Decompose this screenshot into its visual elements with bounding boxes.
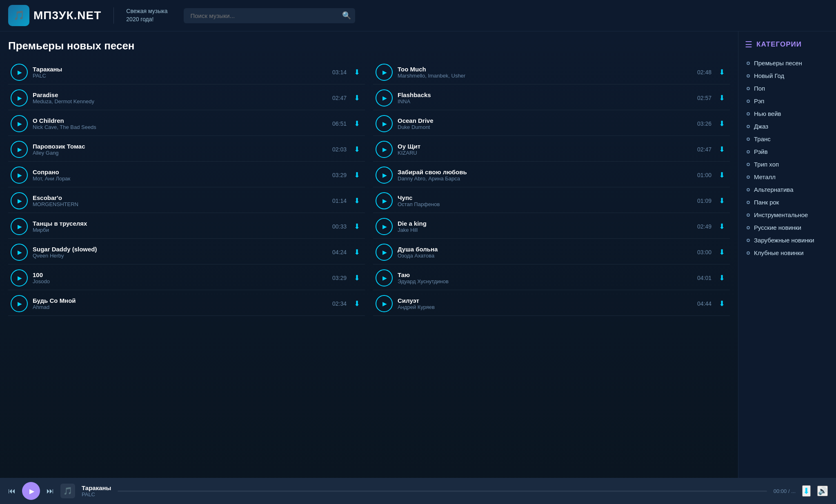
sidebar-item-5[interactable]: Джаз <box>745 120 829 133</box>
sidebar-item-0[interactable]: Премьеры песен <box>745 57 829 69</box>
play-button-left-8[interactable] <box>11 269 28 286</box>
track-item-right-7[interactable]: Душа больна Озода Ахатова 03:00 ⬇ <box>373 240 730 264</box>
download-button-left-9[interactable]: ⬇ <box>351 298 362 309</box>
player-progress-bar[interactable] <box>118 491 767 492</box>
download-button-right-2[interactable]: ⬇ <box>716 118 727 129</box>
play-button-left-5[interactable] <box>11 192 28 209</box>
player-volume-button[interactable]: 🔊 <box>817 486 828 496</box>
download-button-left-4[interactable]: ⬇ <box>351 170 362 180</box>
track-item-left-7[interactable]: Sugar Daddy (slowed) Qveen Herby 04:24 ⬇ <box>8 240 365 264</box>
track-item-right-0[interactable]: Too Much Marshmello, Imanbek, Usher 02:4… <box>373 60 730 84</box>
track-title-left-1: Paradise <box>33 91 327 98</box>
sidebar-item-8[interactable]: Трип хоп <box>745 158 829 171</box>
download-button-right-0[interactable]: ⬇ <box>716 67 727 78</box>
play-button-left-3[interactable] <box>11 141 28 158</box>
sidebar-item-6[interactable]: Транс <box>745 133 829 145</box>
track-item-left-4[interactable]: Сопрано Мот, Ани Лорак 03:29 ⬇ <box>8 163 365 187</box>
sidebar-item-15[interactable]: Клубные новинки <box>745 246 829 259</box>
download-button-left-0[interactable]: ⬇ <box>351 67 362 78</box>
player-download-button[interactable]: ⬇ <box>802 485 811 497</box>
sidebar-items-list: Премьеры песен Новый Год Поп Рэп Нью вей… <box>745 57 829 259</box>
play-button-right-2[interactable] <box>376 115 393 132</box>
download-button-right-1[interactable]: ⬇ <box>716 93 727 103</box>
sidebar-item-4[interactable]: Нью вейв <box>745 107 829 120</box>
play-button-right-5[interactable] <box>376 192 393 209</box>
sidebar-item-14[interactable]: Зарубежные новинки <box>745 234 829 246</box>
main-layout: Премьеры новых песен Тараканы PALC 03:14… <box>0 31 836 504</box>
download-button-right-6[interactable]: ⬇ <box>716 221 727 232</box>
track-item-right-4[interactable]: Забирай свою любовь Danny Abro, Арина Ба… <box>373 163 730 187</box>
download-button-left-2[interactable]: ⬇ <box>351 118 362 129</box>
sidebar-item-12[interactable]: Инструментальное <box>745 209 829 221</box>
download-button-right-9[interactable]: ⬇ <box>716 298 727 309</box>
track-artist-left-9: Ahmad <box>33 304 327 310</box>
download-button-right-7[interactable]: ⬇ <box>716 247 727 258</box>
track-info-right-6: Die a king Jake Hill <box>398 220 692 233</box>
sidebar-item-10[interactable]: Альтернатива <box>745 183 829 196</box>
track-title-right-0: Too Much <box>398 66 692 73</box>
track-item-left-8[interactable]: 100 Josodo 03:29 ⬇ <box>8 266 365 290</box>
forward-button[interactable]: ⏭ <box>47 487 54 495</box>
rewind-button[interactable]: ⏮ <box>8 487 16 495</box>
download-button-right-8[interactable]: ⬇ <box>716 273 727 283</box>
play-button-right-1[interactable] <box>376 89 393 107</box>
play-button-left-1[interactable] <box>11 89 28 107</box>
search-button[interactable]: 🔍 <box>342 11 351 20</box>
track-duration-right-1: 02:57 <box>697 95 711 101</box>
play-button-left-0[interactable] <box>11 64 28 81</box>
play-button-left-2[interactable] <box>11 115 28 132</box>
sidebar-item-7[interactable]: Рэйв <box>745 145 829 158</box>
track-item-right-8[interactable]: Таю Эдуард Хуснутдинов 04:01 ⬇ <box>373 266 730 290</box>
sidebar-item-label-14: Зарубежные новинки <box>754 237 814 244</box>
play-button-left-6[interactable] <box>11 218 28 235</box>
track-item-right-2[interactable]: Ocean Drive Duke Dumont 03:26 ⬇ <box>373 112 730 136</box>
track-item-left-5[interactable]: Escobar'o MORGENSHTERN 01:14 ⬇ <box>8 189 365 213</box>
track-item-right-5[interactable]: Чупс Остап Парфенов 01:09 ⬇ <box>373 189 730 213</box>
search-input[interactable] <box>184 8 355 23</box>
header: 🎵 МП3УК.NET Свежая музыка 2020 года! 🔍 <box>0 0 836 31</box>
download-button-left-1[interactable]: ⬇ <box>351 93 362 103</box>
play-button-right-8[interactable] <box>376 269 393 286</box>
sidebar-item-11[interactable]: Панк рок <box>745 196 829 209</box>
sidebar-item-3[interactable]: Рэп <box>745 95 829 107</box>
track-item-left-6[interactable]: Танцы в труселях Мирби 00:33 ⬇ <box>8 215 365 239</box>
sidebar-item-13[interactable]: Русские новинки <box>745 221 829 234</box>
track-item-left-9[interactable]: Будь Со Мной Ahmad 02:34 ⬇ <box>8 292 365 316</box>
play-button-left-9[interactable] <box>11 295 28 312</box>
logo-text: МП3УК.NET <box>33 9 101 22</box>
page-title: Премьеры новых песен <box>8 40 730 52</box>
track-duration-right-8: 04:01 <box>697 275 711 281</box>
track-item-left-3[interactable]: Паровозик Томас Alley Gang 02:03 ⬇ <box>8 138 365 162</box>
sidebar-item-1[interactable]: Новый Год <box>745 69 829 82</box>
play-button-left-7[interactable] <box>11 244 28 261</box>
sidebar-item-label-9: Металл <box>754 173 776 180</box>
track-item-left-1[interactable]: Paradise Meduza, Dermot Kennedy 02:47 ⬇ <box>8 86 365 110</box>
download-button-left-8[interactable]: ⬇ <box>351 273 362 283</box>
track-duration-right-3: 02:47 <box>697 146 711 153</box>
download-button-left-3[interactable]: ⬇ <box>351 144 362 155</box>
play-button-right-6[interactable] <box>376 218 393 235</box>
sidebar-item-9[interactable]: Металл <box>745 171 829 183</box>
track-duration-left-0: 03:14 <box>332 69 347 75</box>
download-button-left-7[interactable]: ⬇ <box>351 247 362 258</box>
track-item-left-2[interactable]: O Children Nick Cave, The Bad Seeds 06:5… <box>8 112 365 136</box>
player-play-button[interactable] <box>22 482 40 500</box>
sidebar-item-label-11: Панк рок <box>754 199 779 206</box>
play-button-right-9[interactable] <box>376 295 393 312</box>
track-item-left-0[interactable]: Тараканы PALC 03:14 ⬇ <box>8 60 365 84</box>
track-item-right-9[interactable]: Силуэт Андрей Куряев 04:44 ⬇ <box>373 292 730 316</box>
download-button-right-3[interactable]: ⬇ <box>716 144 727 155</box>
download-button-left-5[interactable]: ⬇ <box>351 195 362 206</box>
download-button-left-6[interactable]: ⬇ <box>351 221 362 232</box>
sidebar-item-2[interactable]: Поп <box>745 82 829 95</box>
play-button-left-4[interactable] <box>11 167 28 184</box>
download-button-right-5[interactable]: ⬇ <box>716 195 727 206</box>
track-item-right-3[interactable]: Оу Щит KIZARU 02:47 ⬇ <box>373 138 730 162</box>
play-button-right-0[interactable] <box>376 64 393 81</box>
track-item-right-6[interactable]: Die a king Jake Hill 02:49 ⬇ <box>373 215 730 239</box>
track-item-right-1[interactable]: Flashbacks INNA 02:57 ⬇ <box>373 86 730 110</box>
play-button-right-4[interactable] <box>376 167 393 184</box>
download-button-right-4[interactable]: ⬇ <box>716 170 727 180</box>
play-button-right-3[interactable] <box>376 141 393 158</box>
play-button-right-7[interactable] <box>376 244 393 261</box>
